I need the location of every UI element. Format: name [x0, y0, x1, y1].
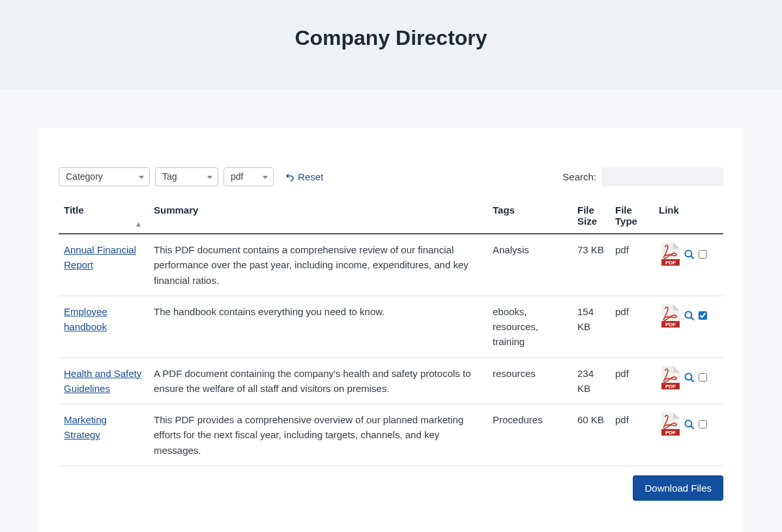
svg-line-11 — [691, 379, 693, 382]
table-footer: Download Files — [59, 475, 723, 501]
document-summary: This PDF document contains a comprehensi… — [149, 234, 487, 296]
table-row: Marketing Strategy This PDF provides a c… — [59, 404, 723, 466]
document-tags: resources — [487, 357, 572, 404]
search-label: Search: — [562, 171, 596, 182]
document-summary: This PDF provides a comprehensive overvi… — [149, 404, 487, 466]
link-cell: PDF — [659, 366, 718, 389]
document-filesize: 154 KB — [572, 296, 610, 357]
document-filesize: 60 KB — [572, 404, 610, 466]
column-header-tags[interactable]: Tags — [487, 198, 572, 234]
pdf-file-icon[interactable]: PDF — [659, 366, 680, 389]
select-row-checkbox[interactable] — [699, 311, 707, 320]
content-panel: Category Tag pdf Reset Search: Title ▲ — [39, 128, 743, 532]
document-filetype: pdf — [610, 404, 654, 466]
page-title: Company Directory — [0, 26, 782, 50]
document-filesize: 234 KB — [572, 357, 610, 404]
column-header-filesize[interactable]: File Size — [572, 198, 610, 234]
category-dropdown-label: Category — [66, 171, 103, 182]
preview-icon[interactable] — [684, 310, 695, 321]
search-input[interactable] — [601, 167, 723, 186]
filters-left: Category Tag pdf Reset — [59, 167, 323, 186]
select-row-checkbox[interactable] — [699, 373, 707, 382]
column-header-link[interactable]: Link — [654, 198, 723, 234]
document-title-link[interactable]: Annual Financial Report — [64, 244, 136, 270]
svg-text:PDF: PDF — [665, 430, 676, 436]
preview-icon[interactable] — [684, 372, 695, 383]
pdf-file-icon[interactable]: PDF — [659, 304, 680, 328]
reset-button[interactable]: Reset — [285, 171, 323, 182]
document-tags: ebooks, resources, training — [487, 296, 572, 357]
link-cell: PDF — [659, 242, 718, 266]
svg-text:PDF: PDF — [665, 322, 676, 328]
link-cell: PDF — [659, 412, 718, 436]
reset-label: Reset — [298, 171, 323, 182]
svg-text:PDF: PDF — [665, 384, 676, 389]
document-summary: A PDF document containing the company's … — [149, 357, 487, 404]
document-filetype: pdf — [610, 234, 654, 296]
document-filetype: pdf — [610, 296, 654, 357]
table-row: Health and Safety Guidelines A PDF docum… — [59, 357, 723, 404]
tag-dropdown[interactable]: Tag — [155, 167, 218, 186]
select-row-checkbox[interactable] — [699, 420, 707, 428]
document-tags: Analysis — [487, 234, 572, 296]
download-files-button[interactable]: Download Files — [633, 475, 723, 501]
document-tags: Procedures — [487, 404, 572, 466]
documents-table: Title ▲ Summary Tags File Size File Type… — [59, 198, 723, 466]
doctype-dropdown-label: pdf — [231, 171, 243, 182]
column-header-filetype[interactable]: File Type — [610, 198, 654, 234]
table-header-row: Title ▲ Summary Tags File Size File Type… — [59, 198, 723, 234]
document-summary: The handbook contains everything you nee… — [149, 296, 487, 357]
link-cell: PDF — [659, 304, 718, 328]
document-filetype: pdf — [610, 357, 654, 404]
sort-asc-icon: ▲ — [135, 220, 142, 228]
svg-line-3 — [691, 255, 693, 258]
column-header-summary[interactable]: Summary — [149, 198, 487, 234]
column-header-title[interactable]: Title ▲ — [59, 198, 149, 234]
tag-dropdown-label: Tag — [162, 171, 177, 182]
table-row: Employee handbook The handbook contains … — [59, 296, 723, 357]
pdf-file-icon[interactable]: PDF — [659, 242, 680, 266]
page-header: Company Directory — [0, 0, 782, 89]
table-row: Annual Financial Report This PDF documen… — [59, 234, 723, 296]
select-row-checkbox[interactable] — [699, 250, 707, 259]
search-group: Search: — [562, 167, 723, 186]
svg-text:PDF: PDF — [665, 260, 676, 266]
doctype-dropdown[interactable]: pdf — [224, 167, 274, 186]
preview-icon[interactable] — [684, 249, 695, 260]
pdf-file-icon[interactable]: PDF — [659, 412, 680, 436]
undo-icon — [285, 172, 295, 182]
filters-row: Category Tag pdf Reset Search: — [59, 167, 723, 186]
document-filesize: 73 KB — [572, 234, 610, 296]
category-dropdown[interactable]: Category — [59, 167, 150, 186]
document-title-link[interactable]: Employee handbook — [64, 306, 108, 332]
svg-line-15 — [691, 425, 693, 428]
svg-line-7 — [691, 317, 693, 320]
document-title-link[interactable]: Health and Safety Guidelines — [64, 368, 141, 394]
document-title-link[interactable]: Marketing Strategy — [64, 414, 107, 440]
preview-icon[interactable] — [684, 419, 695, 430]
